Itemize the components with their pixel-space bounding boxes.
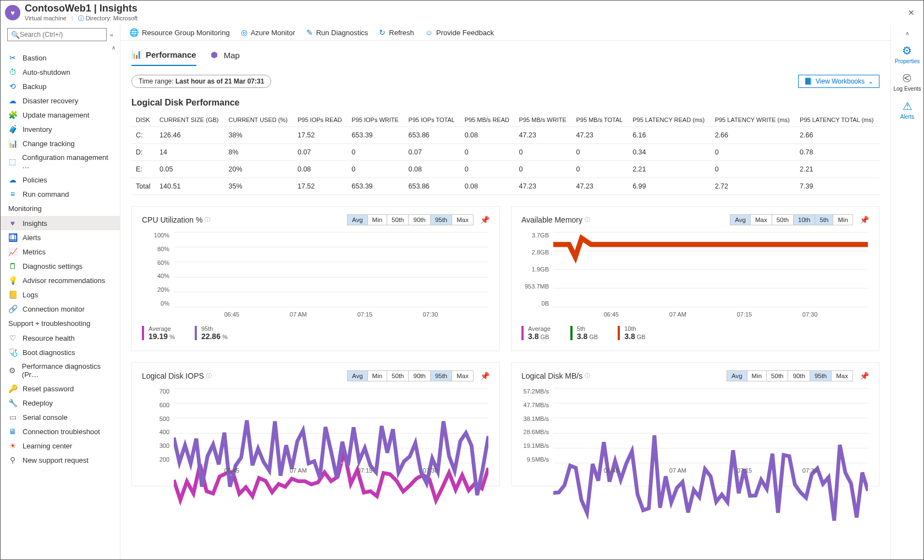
sidebar-item-auto-shutdown[interactable]: ⏱Auto-shutdown <box>1 65 120 79</box>
toolbar-label: Provide Feedback <box>436 29 494 37</box>
nav-item-label: Bastion <box>23 54 46 62</box>
rail-properties[interactable]: ⚙ Properties <box>895 44 920 64</box>
chart-plot-area[interactable]: 100%80%60%40%20%0% 06:4507 AM07:1507:30 <box>142 232 490 320</box>
toolbar-label: Resource Group Monitoring <box>142 29 230 37</box>
chart-plot-area[interactable]: 700600500400300200 06:4507 AM07:1507:30 <box>142 388 490 476</box>
toolbar-provide-feedback[interactable]: ☺Provide Feedback <box>425 28 494 37</box>
sidebar-item-redeploy[interactable]: 🔧Redeploy <box>1 396 120 410</box>
nav-item-label: Inventory <box>23 125 52 134</box>
tab-map[interactable]: ⬢ Map <box>210 46 240 66</box>
nav-item-label: Insights <box>23 219 47 228</box>
search-input[interactable] <box>20 31 103 38</box>
performance-tab-icon: 📊 <box>131 49 141 59</box>
close-button[interactable]: ✕ <box>904 6 919 19</box>
table-row[interactable]: E:0.0520%0.0800.080002.2102.21 <box>131 161 879 178</box>
toolbar-azure-monitor[interactable]: ◎Azure Monitor <box>241 28 295 37</box>
pin-button[interactable]: 📌 <box>480 215 490 224</box>
nav-item-label: Alerts <box>23 234 41 242</box>
nav-item-label: Serial console <box>23 413 68 422</box>
sidebar-item-insights[interactable]: ♥Insights <box>1 216 120 230</box>
table-cell: 0.07 <box>404 144 460 161</box>
sidebar-search[interactable]: 🔍 <box>7 28 107 41</box>
sidebar-item-update-management[interactable]: 🧩Update management <box>1 108 120 122</box>
x-axis-labels: 06:4507 AM07:1507:30 <box>553 465 868 476</box>
table-row[interactable]: C:126.4638%17.52653.39653.860.0847.2347.… <box>131 127 879 144</box>
sidebar-item-learning-center[interactable]: ☀Learning center <box>1 439 120 453</box>
nav-item-icon: ☁ <box>8 175 17 184</box>
nav-item-icon: ⏱ <box>8 68 17 76</box>
nav-item-icon: 📊 <box>8 139 17 148</box>
pin-button[interactable]: 📌 <box>860 215 869 224</box>
sidebar-item-bastion[interactable]: ✂Bastion <box>1 51 120 65</box>
right-rail: ∧ ⚙ Properties ⧀ Log Events ⚠ Alerts <box>890 25 923 559</box>
sidebar-item-run-command[interactable]: ≡Run command <box>1 187 120 201</box>
sidebar-item-advisor-recommendations[interactable]: 💡Advisor recommendations <box>1 273 120 287</box>
view-workbooks-button[interactable]: 📘 View Workbooks ⌄ <box>798 75 879 88</box>
sidebar-item-backup[interactable]: ⟲Backup <box>1 79 120 93</box>
nav-item-icon: ♡ <box>8 334 17 342</box>
rail-log-events[interactable]: ⧀ Log Events <box>893 72 921 92</box>
toolbar-refresh[interactable]: ↻Refresh <box>379 28 414 37</box>
chart-title: CPU Utilization % <box>142 215 202 224</box>
time-range-selector[interactable]: Time range: Last hour as of 21 Mar 07:31 <box>131 75 271 88</box>
nav-item-label: Performance diagnostics (Pr… <box>22 362 112 379</box>
percentile-95th[interactable]: 95th <box>430 214 452 225</box>
percentile-50th[interactable]: 50th <box>772 214 794 225</box>
x-axis-labels: 06:4507 AM07:1507:30 <box>174 465 488 476</box>
percentile-min[interactable]: Min <box>367 214 388 225</box>
chart-plot-area[interactable]: 57.2MB/s47.7MB/s38.1MB/s28.6MB/s19.1MB/s… <box>521 388 869 476</box>
collapse-sidebar-button[interactable]: « <box>110 31 113 38</box>
table-cell: 6.16 <box>628 127 710 144</box>
y-axis-labels: 57.2MB/s47.7MB/s38.1MB/s28.6MB/s19.1MB/s… <box>521 388 552 463</box>
sidebar-item-diagnostic-settings[interactable]: 🗒Diagnostic settings <box>1 259 120 273</box>
nav-item-label: Resource health <box>23 334 75 342</box>
sidebar-item-resource-health[interactable]: ♡Resource health <box>1 331 120 345</box>
nav-item-icon: ⬚ <box>8 157 16 166</box>
sidebar-item-disaster-recovery[interactable]: ☁Disaster recovery <box>1 93 120 108</box>
table-row[interactable]: D:148%0.0700.070000.3400.78 <box>131 144 879 161</box>
sidebar-item-reset-password[interactable]: 🔑Reset password <box>1 381 120 396</box>
toolbar-run-diagnostics[interactable]: ✎Run Diagnostics <box>306 28 369 37</box>
sidebar-item-alerts[interactable]: 🛄Alerts <box>1 230 120 245</box>
table-cell: D: <box>131 144 155 161</box>
percentile-avg[interactable]: Avg <box>730 214 751 225</box>
table-cell: 0 <box>460 161 515 178</box>
table-row[interactable]: Total140.5135%17.52653.39653.860.0847.23… <box>131 178 879 195</box>
sidebar-item-change-tracking[interactable]: 📊Change tracking <box>1 136 120 151</box>
nav-item-icon: ☀ <box>8 441 17 450</box>
sidebar-item-boot-diagnostics[interactable]: 🩺Boot diagnostics <box>1 345 120 359</box>
info-icon[interactable]: ⓘ <box>585 216 590 224</box>
nav-item-icon: 🗒 <box>8 262 17 270</box>
percentile-5th[interactable]: 5th <box>815 214 833 225</box>
percentile-max[interactable]: Max <box>750 214 772 225</box>
sidebar-item-serial-console[interactable]: ▭Serial console <box>1 410 120 424</box>
sidebar-item-performance-diagnostics-pr[interactable]: ⚙Performance diagnostics (Pr… <box>1 359 120 381</box>
percentile-max[interactable]: Max <box>452 214 474 225</box>
sidebar-item-logs[interactable]: 📒Logs <box>1 287 120 302</box>
sidebar-item-connection-troubleshoot[interactable]: 🖥Connection troubleshoot <box>1 424 120 439</box>
sidebar-item-new-support-request[interactable]: ⚲New support request <box>1 453 120 467</box>
nav-item-label: Learning center <box>23 442 72 450</box>
toolbar-resource-group-monitoring[interactable]: 🌐Resource Group Monitoring <box>129 28 230 37</box>
tab-performance[interactable]: 📊 Performance <box>131 46 196 66</box>
tab-map-label: Map <box>224 51 240 60</box>
percentile-50th[interactable]: 50th <box>387 214 409 225</box>
percentile-avg[interactable]: Avg <box>347 214 368 225</box>
scroll-up-indicator[interactable]: ∧ <box>1 45 120 51</box>
sidebar-item-configuration-management[interactable]: ⬚Configuration management … <box>1 151 120 173</box>
percentile-90th[interactable]: 90th <box>408 214 430 225</box>
sidebar-item-inventory[interactable]: 🧳Inventory <box>1 122 120 136</box>
table-cell: 47.23 <box>515 127 572 144</box>
rail-scroll-up[interactable]: ∧ <box>905 30 909 36</box>
chart-plot-area[interactable]: 3.7GB2.8GB1.9GB953.7MB0B 06:4507 AM07:15… <box>521 232 869 320</box>
nav-item-icon: ☁ <box>8 96 17 105</box>
info-icon[interactable]: ⓘ <box>205 216 210 224</box>
sidebar: 🔍 « ∧ ✂Bastion⏱Auto-shutdown⟲Backup☁Disa… <box>1 25 120 559</box>
sidebar-item-policies[interactable]: ☁Policies <box>1 173 120 187</box>
rail-alerts[interactable]: ⚠ Alerts <box>900 99 915 120</box>
sidebar-item-metrics[interactable]: 📈Metrics <box>1 245 120 259</box>
percentile-min[interactable]: Min <box>833 214 853 225</box>
sidebar-item-connection-monitor[interactable]: 🔗Connection monitor <box>1 302 120 316</box>
percentile-10th[interactable]: 10th <box>793 214 815 225</box>
map-tab-icon: ⬢ <box>210 50 219 60</box>
